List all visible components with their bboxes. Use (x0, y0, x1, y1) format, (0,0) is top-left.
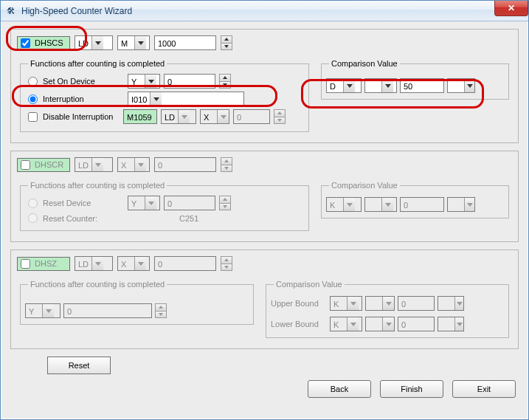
chevron-down-icon (134, 158, 146, 171)
back-button[interactable]: Back (308, 380, 371, 398)
dhscs-num-spinner[interactable] (221, 35, 232, 50)
wizard-buttons: Back Finish Exit (10, 380, 519, 398)
dhscs-disable-num-input: 0 (233, 109, 270, 124)
panel-dhscr: DHSCR LD X 0 Functions after counting is… (10, 151, 519, 242)
panel-dhsz: DHSZ LD X 0 Functions after counting is … (10, 249, 519, 349)
dhscs-comp-ext-combo[interactable] (447, 78, 475, 93)
chevron-down-icon (42, 304, 54, 317)
dhsz-checkbox[interactable]: DHSZ (17, 257, 70, 271)
close-button[interactable]: ✕ (494, 0, 528, 16)
dhscr-check-label: DHSCR (35, 160, 63, 169)
dhscs-sod-num-input[interactable]: 0 (164, 74, 215, 89)
dhscs-functions-group: Functions after counting is completed Se… (20, 59, 309, 132)
dhscs-comp-num-input[interactable]: 50 (400, 78, 444, 93)
dhsz-num-spinner (221, 256, 232, 271)
chevron-down-icon[interactable] (145, 75, 156, 88)
dhscs-op-combo[interactable]: LD (75, 35, 113, 50)
dhscs-disable-label: Disable Interruption (43, 112, 120, 121)
dhscs-disable-spinner (274, 109, 286, 124)
chevron-down-icon (381, 198, 393, 211)
dhscs-comparison-group: Comparison Value D 50 (321, 59, 509, 100)
dhscs-checkbox[interactable]: DHSCS (17, 36, 70, 50)
dhsz-out-dev-combo: Y (25, 303, 60, 318)
dhsz-lower-ext-combo (438, 317, 464, 331)
finish-button[interactable]: Finish (380, 380, 443, 398)
chevron-down-icon (343, 198, 355, 211)
dhsz-op-combo: LD (75, 256, 113, 271)
dhscs-dev-value: M (118, 36, 134, 49)
dhscr-comp-num-input: 0 (400, 197, 444, 212)
chevron-down-icon[interactable] (91, 36, 103, 49)
panel-dhscs: DHSCS LD M 1000 Functions after counting… (10, 29, 519, 143)
dhscs-interruption-combo[interactable]: I010 (128, 92, 244, 106)
window-title: High-Speed Counter Wizard (21, 6, 132, 16)
dhscs-sod-spinner[interactable] (219, 74, 231, 89)
reset-button[interactable]: Reset (47, 357, 111, 374)
dhsz-upper-num-input: 0 (398, 296, 435, 311)
dhscr-check-input[interactable] (21, 160, 30, 170)
dhscs-check-label: DHSCS (35, 38, 63, 47)
dhsz-dev-combo: X (117, 256, 150, 271)
chevron-down-icon[interactable] (381, 79, 393, 92)
exit-button[interactable]: Exit (452, 380, 516, 398)
dhsz-check-input[interactable] (21, 259, 30, 269)
dhscs-dev-combo[interactable]: M (117, 35, 150, 50)
dhscr-functions-group: Functions after counting is completed Re… (20, 181, 309, 231)
dhscs-set-on-device-label: Set On Device (43, 77, 124, 86)
dhsz-upper-dev-combo: K (330, 296, 362, 311)
dhscs-set-on-device-radio[interactable] (28, 77, 38, 86)
dhscs-sod-dev-combo[interactable]: Y (128, 74, 160, 89)
dhscr-comparison-group: Comparison Value K 0 (321, 181, 509, 218)
dhsz-upper-idx-combo (365, 296, 395, 311)
dhscr-reset-counter-radio (28, 213, 38, 223)
chevron-down-icon[interactable] (134, 36, 146, 49)
dhscr-comp-ext-combo (447, 197, 475, 212)
dhscr-num-input: 0 (154, 157, 216, 172)
dhscs-num-input[interactable]: 1000 (154, 35, 216, 50)
dhscr-reset-counter-value: C251 (179, 214, 198, 223)
dhscs-interruption-row: Interruption I010 (25, 90, 304, 108)
dhscs-num-value: 1000 (158, 39, 176, 48)
dhscs-functions-legend: Functions after counting is completed (28, 59, 167, 68)
dhsz-out-num-input: 0 (63, 303, 152, 318)
client-area: DHSCS LD M 1000 Functions after counting… (1, 21, 528, 419)
dhscr-checkbox[interactable]: DHSCR (17, 158, 70, 172)
chevron-down-icon[interactable] (464, 79, 474, 92)
dhsz-lower-label: Lower Bound (271, 320, 327, 328)
dhscr-rd-num-input: 0 (164, 196, 215, 210)
dhscs-disable-row: Disable Interruption M1059 LD X 0 (25, 108, 304, 125)
dhscs-disable-checkbox[interactable] (28, 112, 38, 122)
dhscs-disable-op-combo: LD (161, 109, 196, 124)
dhscr-reset-device-radio (28, 199, 38, 208)
dhscs-comparison-legend: Comparison Value (329, 59, 400, 68)
chevron-down-icon (91, 257, 103, 270)
dhscs-interruption-label: Interruption (43, 94, 124, 103)
dhscs-disable-tag: M1059 (123, 109, 157, 124)
dhsz-lower-idx-combo (365, 317, 395, 331)
dhscs-comp-dev-combo[interactable]: D (326, 78, 362, 93)
chevron-down-icon (464, 198, 474, 211)
dhscs-interruption-radio[interactable] (28, 94, 38, 104)
dhscr-dev-combo: X (117, 157, 150, 172)
chevron-down-icon[interactable] (150, 92, 162, 106)
dhsz-comparison-group: Comparison Value Upper Bound K 0 (266, 280, 509, 338)
dhscs-op-value: LD (75, 36, 91, 49)
dhscs-disable-dev-combo: X (200, 109, 229, 124)
chevron-down-icon (91, 158, 103, 171)
dhscs-check-input[interactable] (21, 38, 30, 48)
chevron-down-icon (454, 317, 463, 331)
chevron-down-icon (347, 317, 359, 331)
chevron-down-icon (382, 297, 394, 310)
chevron-down-icon (134, 257, 146, 270)
chevron-down-icon (145, 196, 156, 210)
dhsz-functions-group: Functions after counting is completed Y … (20, 280, 254, 325)
chevron-down-icon[interactable] (343, 79, 355, 92)
chevron-down-icon (178, 110, 190, 123)
dhscs-comp-idx-combo[interactable] (364, 78, 397, 93)
dhsz-functions-legend: Functions after counting is completed (28, 280, 167, 289)
close-icon: ✕ (508, 3, 515, 13)
app-icon: 🛠 (5, 5, 17, 17)
dhscs-set-on-device-row: Set On Device Y 0 (25, 72, 304, 90)
dhscr-comp-idx-combo (364, 197, 397, 212)
dhscr-comp-dev-combo: K (326, 197, 362, 212)
